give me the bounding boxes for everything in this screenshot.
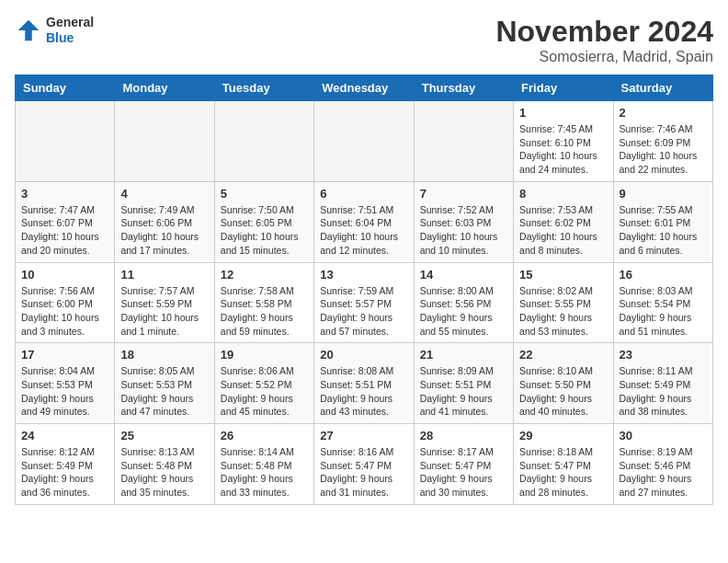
calendar-cell (16, 101, 115, 182)
day-info: Sunrise: 7:55 AM Sunset: 6:01 PM Dayligh… (620, 203, 707, 258)
day-info: Sunrise: 8:05 AM Sunset: 5:53 PM Dayligh… (120, 364, 208, 419)
day-info: Sunrise: 8:03 AM Sunset: 5:54 PM Dayligh… (620, 284, 707, 339)
day-number: 8 (519, 187, 607, 201)
calendar-cell: 28Sunrise: 8:17 AM Sunset: 5:47 PM Dayli… (414, 424, 513, 505)
calendar-cell: 26Sunrise: 8:14 AM Sunset: 5:48 PM Dayli… (214, 424, 313, 505)
day-number: 25 (120, 429, 208, 442)
calendar-cell: 13Sunrise: 7:59 AM Sunset: 5:57 PM Dayli… (314, 262, 414, 343)
day-info: Sunrise: 7:58 AM Sunset: 5:58 PM Dayligh… (221, 284, 308, 339)
day-number: 24 (21, 429, 108, 442)
svg-marker-0 (18, 20, 40, 41)
calendar-cell: 22Sunrise: 8:10 AM Sunset: 5:50 PM Dayli… (514, 343, 613, 424)
day-number: 10 (21, 268, 108, 282)
calendar-cell: 16Sunrise: 8:03 AM Sunset: 5:54 PM Dayli… (613, 262, 712, 343)
logo-general: General (46, 15, 94, 30)
day-number: 22 (519, 348, 607, 362)
day-info: Sunrise: 7:49 AM Sunset: 6:06 PM Dayligh… (120, 203, 208, 258)
calendar-week-row: 3Sunrise: 7:47 AM Sunset: 6:07 PM Daylig… (16, 181, 713, 262)
weekday-header: Thursday (414, 75, 513, 101)
calendar-cell: 3Sunrise: 7:47 AM Sunset: 6:07 PM Daylig… (16, 181, 115, 262)
calendar-cell: 2Sunrise: 7:46 AM Sunset: 6:09 PM Daylig… (613, 101, 712, 182)
day-number: 27 (320, 429, 407, 442)
logo: General Blue (15, 15, 94, 46)
day-number: 14 (420, 268, 507, 282)
day-number: 17 (21, 348, 108, 362)
day-number: 3 (21, 187, 108, 201)
day-number: 13 (320, 268, 407, 282)
calendar-cell: 10Sunrise: 7:56 AM Sunset: 6:00 PM Dayli… (16, 262, 115, 343)
day-info: Sunrise: 8:11 AM Sunset: 5:49 PM Dayligh… (620, 364, 707, 419)
calendar-cell: 21Sunrise: 8:09 AM Sunset: 5:51 PM Dayli… (414, 343, 513, 424)
day-number: 20 (320, 348, 407, 362)
day-info: Sunrise: 7:50 AM Sunset: 6:05 PM Dayligh… (221, 203, 308, 258)
calendar-cell: 20Sunrise: 8:08 AM Sunset: 5:51 PM Dayli… (314, 343, 414, 424)
day-info: Sunrise: 8:18 AM Sunset: 5:47 PM Dayligh… (519, 445, 607, 500)
calendar-cell: 5Sunrise: 7:50 AM Sunset: 6:05 PM Daylig… (214, 181, 313, 262)
day-info: Sunrise: 8:16 AM Sunset: 5:47 PM Dayligh… (320, 445, 407, 500)
day-number: 26 (221, 429, 308, 442)
calendar-cell: 9Sunrise: 7:55 AM Sunset: 6:01 PM Daylig… (613, 181, 712, 262)
calendar-header: SundayMondayTuesdayWednesdayThursdayFrid… (16, 75, 713, 101)
calendar-cell: 24Sunrise: 8:12 AM Sunset: 5:49 PM Dayli… (16, 424, 115, 505)
day-number: 1 (519, 106, 607, 120)
weekday-header: Tuesday (214, 75, 313, 101)
month-title: November 2024 (495, 15, 713, 49)
day-info: Sunrise: 7:59 AM Sunset: 5:57 PM Dayligh… (320, 284, 407, 339)
day-info: Sunrise: 8:00 AM Sunset: 5:56 PM Dayligh… (420, 284, 507, 339)
day-number: 18 (120, 348, 208, 362)
day-number: 5 (221, 187, 308, 201)
day-info: Sunrise: 8:02 AM Sunset: 5:55 PM Dayligh… (519, 284, 607, 339)
day-number: 28 (420, 429, 507, 442)
weekday-header-row: SundayMondayTuesdayWednesdayThursdayFrid… (16, 75, 713, 101)
calendar-week-row: 17Sunrise: 8:04 AM Sunset: 5:53 PM Dayli… (16, 343, 713, 424)
calendar-cell: 29Sunrise: 8:18 AM Sunset: 5:47 PM Dayli… (514, 424, 613, 505)
day-number: 12 (221, 268, 308, 282)
calendar-cell: 6Sunrise: 7:51 AM Sunset: 6:04 PM Daylig… (314, 181, 414, 262)
calendar-cell: 23Sunrise: 8:11 AM Sunset: 5:49 PM Dayli… (613, 343, 712, 424)
calendar-week-row: 24Sunrise: 8:12 AM Sunset: 5:49 PM Dayli… (16, 424, 713, 505)
title-section: November 2024 Somosierra, Madrid, Spain (495, 15, 713, 65)
day-info: Sunrise: 7:52 AM Sunset: 6:03 PM Dayligh… (420, 203, 507, 258)
day-number: 6 (320, 187, 407, 201)
logo-blue: Blue (46, 30, 94, 46)
calendar-cell: 18Sunrise: 8:05 AM Sunset: 5:53 PM Dayli… (115, 343, 214, 424)
weekday-header: Friday (514, 75, 613, 101)
day-number: 23 (620, 348, 707, 362)
calendar-cell: 19Sunrise: 8:06 AM Sunset: 5:52 PM Dayli… (214, 343, 313, 424)
weekday-header: Sunday (16, 75, 115, 101)
calendar: SundayMondayTuesdayWednesdayThursdayFrid… (15, 75, 713, 505)
calendar-cell (214, 101, 313, 182)
day-number: 15 (519, 268, 607, 282)
logo-text: General Blue (46, 15, 94, 46)
day-info: Sunrise: 8:08 AM Sunset: 5:51 PM Dayligh… (320, 364, 407, 419)
day-number: 19 (221, 348, 308, 362)
weekday-header: Wednesday (314, 75, 414, 101)
day-info: Sunrise: 8:14 AM Sunset: 5:48 PM Dayligh… (221, 445, 308, 500)
calendar-cell (314, 101, 414, 182)
day-info: Sunrise: 7:53 AM Sunset: 6:02 PM Dayligh… (519, 203, 607, 258)
day-info: Sunrise: 8:04 AM Sunset: 5:53 PM Dayligh… (21, 364, 108, 419)
day-info: Sunrise: 8:09 AM Sunset: 5:51 PM Dayligh… (420, 364, 507, 419)
weekday-header: Saturday (613, 75, 712, 101)
logo-icon (15, 17, 42, 44)
location: Somosierra, Madrid, Spain (495, 49, 713, 65)
day-number: 11 (120, 268, 208, 282)
day-info: Sunrise: 7:47 AM Sunset: 6:07 PM Dayligh… (21, 203, 108, 258)
day-info: Sunrise: 8:10 AM Sunset: 5:50 PM Dayligh… (519, 364, 607, 419)
day-number: 30 (620, 429, 707, 442)
day-number: 7 (420, 187, 507, 201)
calendar-week-row: 1Sunrise: 7:45 AM Sunset: 6:10 PM Daylig… (16, 101, 713, 182)
day-info: Sunrise: 8:13 AM Sunset: 5:48 PM Dayligh… (120, 445, 208, 500)
calendar-cell: 8Sunrise: 7:53 AM Sunset: 6:02 PM Daylig… (514, 181, 613, 262)
calendar-body: 1Sunrise: 7:45 AM Sunset: 6:10 PM Daylig… (16, 101, 713, 505)
calendar-cell: 4Sunrise: 7:49 AM Sunset: 6:06 PM Daylig… (115, 181, 214, 262)
weekday-header: Monday (115, 75, 214, 101)
day-info: Sunrise: 7:51 AM Sunset: 6:04 PM Dayligh… (320, 203, 407, 258)
calendar-cell (414, 101, 513, 182)
day-number: 2 (620, 106, 707, 120)
day-number: 4 (120, 187, 208, 201)
calendar-cell: 25Sunrise: 8:13 AM Sunset: 5:48 PM Dayli… (115, 424, 214, 505)
day-info: Sunrise: 7:57 AM Sunset: 5:59 PM Dayligh… (120, 284, 208, 339)
day-info: Sunrise: 8:06 AM Sunset: 5:52 PM Dayligh… (221, 364, 308, 419)
day-number: 16 (620, 268, 707, 282)
